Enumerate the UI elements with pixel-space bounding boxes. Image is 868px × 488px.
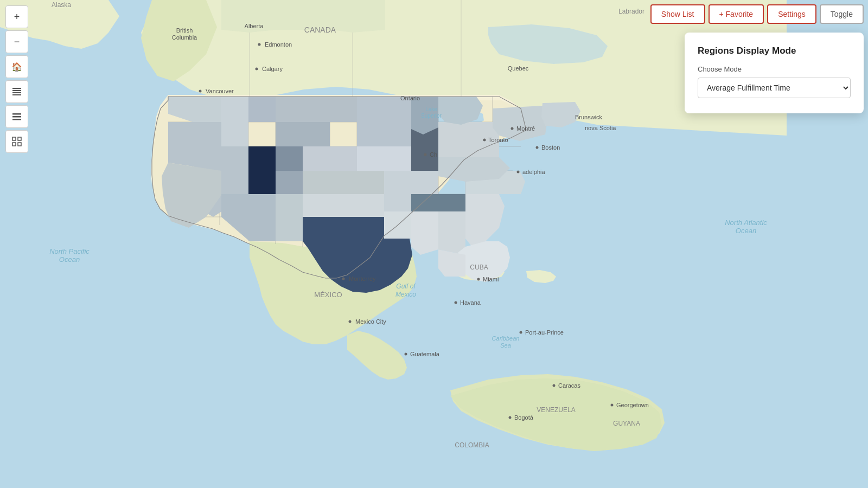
menu-button[interactable]	[5, 105, 28, 128]
svg-point-42	[536, 146, 539, 149]
svg-rect-82	[12, 90, 21, 91]
svg-point-73	[520, 331, 522, 334]
svg-rect-86	[12, 116, 21, 118]
settings-button[interactable]: Settings	[767, 4, 816, 24]
svg-rect-91	[18, 143, 21, 146]
toggle-button[interactable]: Toggle	[820, 4, 864, 24]
choose-mode-label: Choose Mode	[698, 65, 851, 73]
svg-rect-81	[12, 88, 21, 89]
svg-rect-90	[12, 143, 16, 146]
svg-point-75	[553, 384, 556, 387]
favorite-button[interactable]: + Favorite	[709, 4, 764, 24]
svg-point-63	[342, 278, 345, 280]
svg-rect-85	[12, 113, 21, 115]
settings-panel-title: Regions Display Mode	[698, 46, 851, 56]
svg-point-71	[455, 301, 457, 304]
mode-select[interactable]: Average Fulfillment TimeOrder CountReven…	[698, 78, 851, 98]
svg-point-69	[477, 278, 480, 281]
home-button[interactable]: 🏠	[5, 55, 28, 78]
svg-point-44	[424, 153, 427, 156]
svg-rect-83	[12, 92, 21, 93]
list-view-button[interactable]	[5, 80, 28, 103]
zoom-out-button[interactable]: −	[5, 30, 28, 53]
svg-rect-88	[12, 137, 16, 140]
fit-button[interactable]	[5, 130, 28, 153]
top-toolbar: Show List + Favorite Settings Toggle	[650, 4, 864, 24]
svg-rect-89	[18, 137, 21, 140]
svg-point-32	[258, 43, 261, 46]
svg-point-65	[349, 320, 352, 323]
svg-point-34	[256, 68, 258, 70]
svg-rect-87	[12, 119, 21, 120]
zoom-in-button[interactable]: +	[5, 5, 28, 28]
svg-point-79	[509, 416, 512, 419]
svg-point-40	[511, 127, 514, 130]
svg-point-67	[405, 353, 407, 356]
svg-rect-84	[12, 94, 21, 95]
svg-point-38	[483, 139, 486, 142]
show-list-button[interactable]: Show List	[650, 4, 705, 24]
left-toolbar: + − 🏠	[5, 5, 28, 153]
svg-point-46	[517, 171, 520, 174]
svg-point-36	[199, 90, 202, 93]
settings-panel: Regions Display Mode Choose Mode Average…	[685, 33, 864, 113]
svg-point-77	[611, 404, 614, 407]
